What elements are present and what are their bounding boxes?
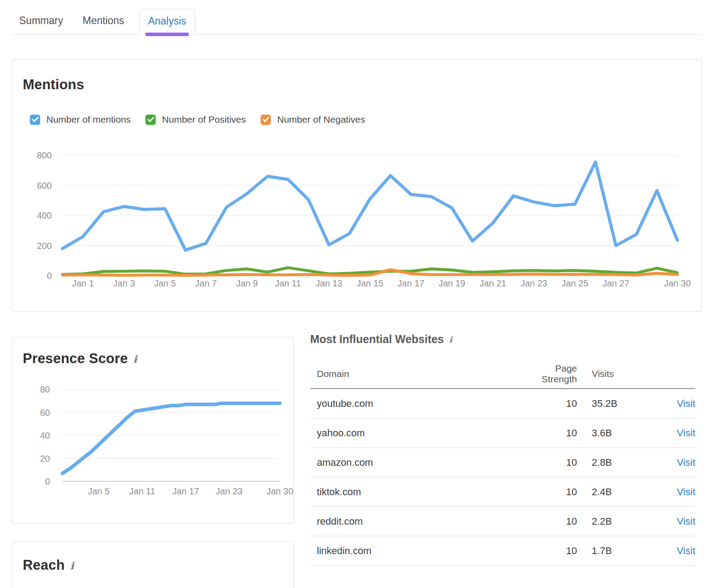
websites-title: Most Influential Websitesi bbox=[310, 333, 452, 346]
visits-cell: 2.2B bbox=[577, 516, 655, 527]
tab-analysis[interactable]: Analysis bbox=[139, 9, 195, 35]
table-row: amazon.com 10 2.8B Visit bbox=[310, 448, 695, 477]
table-row: linkedin.com 10 1.7B Visit bbox=[310, 536, 695, 566]
domain-cell: yahoo.com bbox=[310, 427, 523, 439]
svg-text:Jan 9: Jan 9 bbox=[236, 278, 258, 288]
reach-title: Reachi bbox=[23, 557, 74, 573]
page-strength-cell: 10 bbox=[523, 427, 577, 439]
presence-score-panel: Presence Scorei 020406080Jan 5Jan 11Jan … bbox=[12, 337, 294, 524]
domain-cell: tiktok.com bbox=[310, 486, 523, 498]
column-header-visits: Visits bbox=[577, 369, 655, 379]
domain-cell: linkedin.com bbox=[310, 545, 523, 557]
analysis-page: Summary Mentions Analysis Mentions Numbe… bbox=[0, 0, 714, 588]
websites-table: Domain Page Strength Visits youtube.com … bbox=[310, 360, 695, 566]
svg-text:Jan 27: Jan 27 bbox=[602, 278, 629, 288]
svg-text:60: 60 bbox=[40, 408, 50, 418]
page-strength-cell: 10 bbox=[523, 486, 577, 498]
svg-text:400: 400 bbox=[37, 211, 52, 220]
visit-link[interactable]: Visit bbox=[677, 486, 695, 497]
visits-cell: 2.8B bbox=[577, 457, 655, 468]
visit-link[interactable]: Visit bbox=[677, 427, 695, 439]
svg-text:600: 600 bbox=[37, 181, 52, 190]
svg-text:80: 80 bbox=[40, 385, 50, 394]
svg-text:Jan 7: Jan 7 bbox=[195, 278, 217, 288]
svg-text:40: 40 bbox=[40, 431, 50, 440]
svg-text:20: 20 bbox=[40, 454, 50, 464]
visit-link[interactable]: Visit bbox=[677, 457, 695, 468]
active-tab-underline bbox=[145, 33, 189, 36]
websites-table-header: Domain Page Strength Visits bbox=[310, 360, 695, 389]
svg-text:Jan 30: Jan 30 bbox=[664, 278, 691, 288]
table-row: yahoo.com 10 3.6B Visit bbox=[310, 418, 695, 448]
svg-text:Jan 23: Jan 23 bbox=[216, 486, 242, 496]
websites-title-text: Most Influential Websites bbox=[310, 333, 444, 345]
svg-text:Jan 21: Jan 21 bbox=[480, 278, 506, 288]
tab-bar-divider bbox=[12, 34, 702, 35]
column-header-domain: Domain bbox=[310, 369, 523, 379]
visit-link[interactable]: Visit bbox=[677, 516, 695, 527]
svg-text:Jan 1: Jan 1 bbox=[72, 278, 94, 288]
svg-text:Jan 3: Jan 3 bbox=[113, 278, 135, 288]
reach-title-text: Reach bbox=[23, 557, 65, 573]
visits-cell: 35.2B bbox=[577, 398, 655, 410]
visits-cell: 3.6B bbox=[577, 427, 655, 439]
page-strength-cell: 10 bbox=[523, 398, 577, 410]
svg-text:Jan 30: Jan 30 bbox=[266, 486, 293, 496]
mentions-chart: 0200400600800Jan 1Jan 3Jan 5Jan 7Jan 9Ja… bbox=[12, 60, 702, 311]
domain-cell: youtube.com bbox=[310, 398, 523, 410]
table-row: youtube.com 10 35.2B Visit bbox=[310, 389, 695, 418]
table-row: reddit.com 10 2.2B Visit bbox=[310, 507, 695, 536]
svg-text:Jan 15: Jan 15 bbox=[357, 278, 383, 288]
svg-text:800: 800 bbox=[37, 150, 52, 160]
svg-text:Jan 17: Jan 17 bbox=[172, 486, 199, 496]
visits-cell: 2.4B bbox=[577, 486, 655, 498]
mentions-panel: Mentions Number of mentions Number of Po… bbox=[12, 59, 702, 312]
tab-mentions[interactable]: Mentions bbox=[83, 15, 124, 27]
visit-link[interactable]: Visit bbox=[677, 545, 695, 556]
page-strength-cell: 10 bbox=[523, 457, 577, 468]
svg-text:Jan 13: Jan 13 bbox=[315, 278, 342, 288]
svg-text:0: 0 bbox=[45, 476, 50, 486]
domain-cell: reddit.com bbox=[310, 516, 523, 527]
svg-text:Jan 19: Jan 19 bbox=[439, 278, 465, 288]
tab-summary[interactable]: Summary bbox=[19, 15, 63, 27]
presence-score-chart: 020406080Jan 5Jan 11Jan 17Jan 23Jan 30 bbox=[12, 337, 293, 523]
page-strength-cell: 10 bbox=[523, 516, 577, 527]
tab-analysis-label: Analysis bbox=[148, 15, 187, 35]
svg-text:Jan 25: Jan 25 bbox=[561, 278, 588, 288]
svg-text:0: 0 bbox=[47, 271, 52, 281]
svg-text:Jan 11: Jan 11 bbox=[275, 278, 301, 288]
svg-text:Jan 17: Jan 17 bbox=[398, 278, 424, 288]
svg-text:200: 200 bbox=[37, 241, 52, 251]
svg-text:Jan 23: Jan 23 bbox=[520, 278, 547, 288]
visits-cell: 1.7B bbox=[577, 545, 655, 557]
column-header-page-strength: Page Strength bbox=[523, 363, 577, 385]
domain-cell: amazon.com bbox=[310, 457, 523, 468]
table-row: tiktok.com 10 2.4B Visit bbox=[310, 477, 695, 507]
reach-panel: Reachi bbox=[12, 542, 294, 588]
svg-text:Jan 5: Jan 5 bbox=[88, 486, 110, 496]
page-strength-cell: 10 bbox=[523, 545, 577, 557]
info-icon[interactable]: i bbox=[449, 335, 452, 344]
info-icon[interactable]: i bbox=[70, 560, 74, 571]
svg-text:Jan 5: Jan 5 bbox=[154, 278, 176, 288]
svg-text:Jan 11: Jan 11 bbox=[129, 486, 155, 496]
visit-link[interactable]: Visit bbox=[677, 398, 695, 409]
